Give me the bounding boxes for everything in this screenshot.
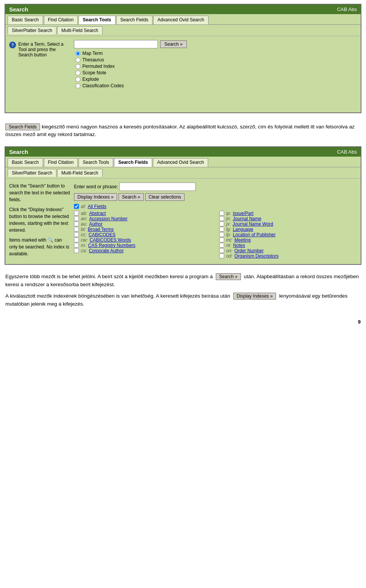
field-row-ip: ip: Issue/Part: [219, 211, 357, 216]
af-code: af:: [81, 204, 86, 209]
jx-link[interactable]: Journal Name Word: [233, 221, 273, 227]
af-link[interactable]: All Fields: [88, 204, 106, 209]
tab-find-citation[interactable]: Find Citation: [44, 16, 78, 24]
bottom-p2-before: A kiválasztott mezők indexének böngészés…: [5, 293, 230, 299]
checkbox-au[interactable]: [74, 221, 79, 226]
tab-basic-search[interactable]: Basic Search: [8, 16, 43, 24]
bottom-search-btn[interactable]: Search »: [216, 273, 241, 280]
sf-right: Enter word or phrase: Display Indexes » …: [74, 183, 357, 260]
bottom-para2: A kiválasztott mezők indexének böngészés…: [5, 292, 361, 308]
checkbox-nt[interactable]: [219, 243, 224, 248]
bt-link[interactable]: Broad Terms: [88, 227, 114, 232]
lg-link[interactable]: Language: [233, 227, 253, 232]
cab-abs-label: CAB Abs: [337, 6, 357, 12]
sf-tab-advanced-ovid[interactable]: Advanced Ovid Search: [153, 158, 208, 167]
checkbox-rn[interactable]: [74, 243, 79, 248]
middle-para1-text: kiegészítő menü nagyon hasznos a keresés…: [5, 124, 355, 137]
radio-thesaurus[interactable]: Thesaurus: [75, 57, 357, 62]
sf-cab-abs: CAB Abs: [337, 149, 357, 155]
bottom-text: Egyszerre több mezőt is be lehet jelölni…: [0, 269, 366, 317]
mt-link[interactable]: Meeting: [234, 237, 251, 243]
checkbox-ca[interactable]: [74, 248, 79, 253]
cw-code: cw:: [81, 237, 88, 243]
field-row-rn: rn: CAS Registry Numbers: [74, 243, 212, 248]
display-indexes-button[interactable]: Display Indexes »: [74, 193, 117, 201]
checkbox-ip[interactable]: [219, 211, 224, 216]
checkbox-ab[interactable]: [74, 211, 79, 216]
sf-help-p3: Items marked with 🔍 can only be searched…: [9, 237, 70, 257]
clear-selections-button[interactable]: Clear selections: [145, 193, 185, 201]
checkbox-bt[interactable]: [74, 227, 79, 232]
rn-link[interactable]: CAS Registry Numbers: [88, 243, 135, 248]
an-link[interactable]: Accession Number: [89, 216, 128, 221]
cc-code: cc:: [81, 232, 87, 237]
st-right: Search » Map Term Thesaurus Permuted Ind…: [74, 40, 357, 109]
sf-search-button[interactable]: Search »: [119, 193, 144, 201]
search-button[interactable]: Search »: [160, 40, 187, 48]
checkbox-od[interactable]: [219, 253, 224, 258]
ip-link[interactable]: Issue/Part: [233, 211, 254, 216]
tab-search-tools[interactable]: Search Tools: [79, 16, 115, 24]
cw-link[interactable]: CABICODES Words: [90, 237, 131, 243]
on-link[interactable]: Order Number: [234, 248, 264, 253]
search-fields-inline-btn[interactable]: Search Fields: [5, 123, 40, 130]
tab-silverplatter[interactable]: SilverPlatter Search: [8, 26, 56, 34]
checkbox-af[interactable]: [74, 204, 79, 209]
top-tab-row2: SilverPlatter Search Multi-Field Search: [5, 25, 361, 36]
sf-tab-basic-search[interactable]: Basic Search: [8, 158, 43, 167]
field-row-au: au: Author: [74, 221, 212, 227]
jn-code: jn:: [226, 216, 231, 221]
checkbox-an[interactable]: [74, 216, 79, 221]
top-tab-row: Basic Search Find Citation Search Tools …: [5, 14, 361, 25]
sf-tab-search-fields[interactable]: Search Fields: [114, 158, 152, 167]
checkbox-lp[interactable]: [219, 232, 224, 237]
sf-tab-row2: SilverPlatter Search Multi-Field Search: [5, 167, 361, 179]
checkbox-jn[interactable]: [219, 216, 224, 221]
lg-code: lg:: [226, 227, 231, 232]
radio-group: Map Term Thesaurus Permuted Index Scope …: [74, 51, 357, 88]
radio-classification-codes[interactable]: Classification Codes: [75, 83, 357, 88]
field-row-lg: lg: Language: [219, 227, 357, 232]
au-code: au:: [81, 221, 87, 227]
an-code: an:: [81, 216, 87, 221]
nt-link[interactable]: Notes: [233, 243, 245, 248]
cc-link[interactable]: CABICODES: [88, 232, 116, 237]
radio-scope-note[interactable]: Scope Note: [75, 70, 357, 75]
sf-panel-title: Search: [9, 149, 28, 155]
field-row-od: od: Organism Descriptors: [219, 253, 357, 259]
jn-link[interactable]: Journal Name: [233, 216, 262, 221]
tab-multifield[interactable]: Multi-Field Search: [57, 26, 103, 34]
checkbox-cc[interactable]: [74, 232, 79, 237]
ca-link[interactable]: Corporate Author: [89, 248, 124, 253]
sf-word-input[interactable]: [119, 183, 196, 191]
fields-grid: ab: Abstract an: Accession Number au: Au…: [74, 211, 357, 259]
lp-link[interactable]: Location of Publisher: [233, 232, 276, 237]
od-code: od:: [226, 253, 233, 259]
bottom-para1: Egyszerre több mezőt is be lehet jelölni…: [5, 272, 361, 289]
tab-advanced-ovid[interactable]: Advanced Ovid Search: [153, 16, 209, 24]
bottom-display-btn[interactable]: Display Indexes »: [233, 293, 276, 300]
sf-tab-find-citation[interactable]: Find Citation: [44, 158, 78, 167]
au-link[interactable]: Author: [89, 221, 103, 227]
od-link[interactable]: Organism Descriptors: [234, 253, 279, 259]
checkbox-lg[interactable]: [219, 227, 224, 232]
radio-explode[interactable]: Explode: [75, 77, 357, 82]
tab-search-fields[interactable]: Search Fields: [116, 16, 152, 24]
panel-title: Search: [9, 6, 28, 13]
checkbox-cw[interactable]: [74, 237, 79, 242]
search-fields-panel: Search CAB Abs Basic Search Find Citatio…: [5, 146, 361, 265]
sf-tab-silverplatter[interactable]: SilverPlatter Search: [8, 169, 56, 177]
checkbox-on[interactable]: [219, 248, 224, 253]
radio-permuted-index[interactable]: Permuted Index: [75, 64, 357, 69]
field-row-jx: jx: Journal Name Word: [219, 221, 357, 227]
ab-link[interactable]: Abstract: [89, 211, 106, 216]
checkbox-jx[interactable]: [219, 221, 224, 226]
sf-tab-search-tools[interactable]: Search Tools: [79, 158, 113, 167]
radio-map-term[interactable]: Map Term: [75, 51, 357, 56]
search-term-input[interactable]: [74, 40, 158, 48]
sf-enter-label: Enter word or phrase:: [74, 184, 118, 189]
checkbox-mt[interactable]: [219, 237, 224, 242]
sf-tab-multifield[interactable]: Multi-Field Search: [57, 169, 103, 177]
field-row-nt: nt: Notes: [219, 243, 357, 248]
sf-left-help: Click the "Search" button to search the …: [9, 183, 70, 260]
